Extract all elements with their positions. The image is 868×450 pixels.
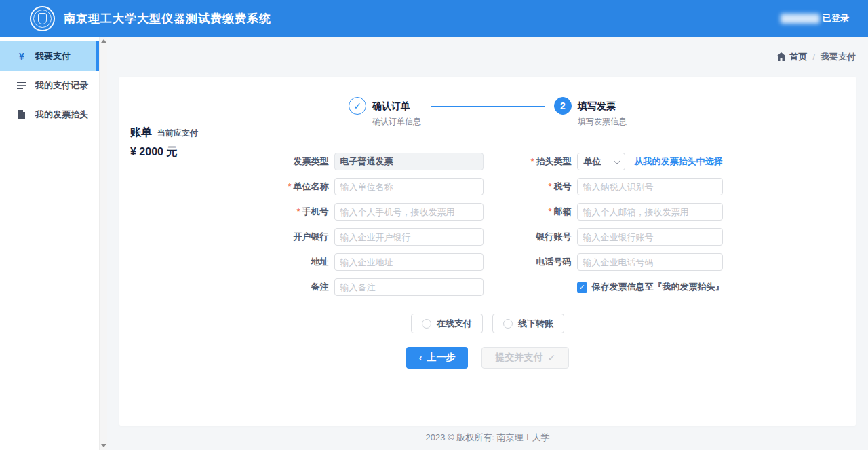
- bank-name-label: 开户银行: [253, 231, 334, 243]
- step-fill-invoice: 2 填写发票 填写发票信息: [554, 97, 627, 128]
- offline-transfer-radio[interactable]: 线下转账: [492, 314, 564, 333]
- list-icon: [16, 81, 27, 90]
- stepper: ✓ 确认订单 确认订单信息 2 填写发票 填写发票信息: [119, 77, 856, 128]
- bank-account-label: 银行账号: [511, 231, 577, 243]
- step-subtitle: 填写发票信息: [578, 116, 627, 128]
- bill-summary: 账单 当前应支付 ¥ 2000 元: [130, 126, 198, 160]
- select-value: 单位: [584, 155, 601, 168]
- company-name-label: *单位名称: [253, 181, 334, 193]
- payment-method-options: 在线支付 线下转账: [119, 314, 856, 333]
- app-title: 南京理工大学大型仪器测试费缴费系统: [64, 11, 271, 26]
- required-mark: *: [296, 206, 300, 217]
- bank-name-field[interactable]: [334, 228, 484, 246]
- remarks-label: 备注: [253, 281, 334, 293]
- home-icon: [776, 52, 786, 61]
- telephone-label: 电话号码: [511, 256, 577, 268]
- online-payment-radio[interactable]: 在线支付: [411, 314, 483, 333]
- main-content: 首页 / 我要支付 ✓ 确认订单 确认订单信息: [107, 37, 868, 450]
- app-window: 南京理工大学大型仪器测试费缴费系统 已登录 ¥ 我要支付 我的支付记录: [0, 0, 868, 450]
- bank-account-field[interactable]: [577, 228, 723, 246]
- stepper-connector: [431, 106, 545, 107]
- address-field[interactable]: [334, 253, 484, 271]
- chevron-down-icon: [613, 157, 620, 164]
- bill-subtitle: 当前应支付: [157, 128, 198, 139]
- sidebar-nav: ¥ 我要支付 我的支付记录 我的发票抬头: [0, 37, 99, 450]
- sidebar-item-payment-records[interactable]: 我的支付记录: [0, 71, 99, 100]
- tax-number-label: *税号: [511, 181, 577, 193]
- scroll-down-arrow[interactable]: [101, 444, 106, 447]
- form-row: 地址 电话号码: [119, 253, 856, 271]
- breadcrumb-home[interactable]: 首页: [789, 51, 807, 63]
- phone-label: *手机号: [253, 206, 334, 218]
- tax-number-field[interactable]: [577, 178, 723, 195]
- scroll-up-arrow[interactable]: [101, 39, 106, 43]
- previous-step-button[interactable]: ‹ 上一步: [406, 347, 469, 369]
- invoice-type-field: [334, 153, 484, 170]
- required-mark: *: [530, 156, 534, 166]
- chevron-left-icon: ‹: [419, 352, 422, 363]
- breadcrumb-current: 我要支付: [821, 51, 856, 63]
- breadcrumb-bar: 首页 / 我要支付: [119, 37, 856, 77]
- copyright-footer: 2023 © 版权所有: 南京理工大学: [119, 426, 856, 450]
- step-subtitle: 确认订单信息: [372, 116, 421, 128]
- radio-icon: [422, 319, 431, 329]
- redacted-username: [781, 14, 820, 24]
- sidebar-item-label: 我的支付记录: [35, 79, 88, 92]
- logo-inner-ring: [33, 10, 52, 28]
- invoice-form: 发票类型 *抬头类型 单位 从我的发票抬头中选择: [119, 153, 856, 296]
- email-label: *邮箱: [511, 206, 577, 218]
- bill-amount: ¥ 2000 元: [130, 145, 198, 160]
- company-name-field[interactable]: [334, 178, 484, 195]
- remarks-field[interactable]: [334, 278, 484, 296]
- logo-emblem: [38, 13, 47, 24]
- invoice-form-card: ✓ 确认订单 确认订单信息 2 填写发票 填写发票信息: [119, 77, 856, 426]
- login-status-text: 已登录: [823, 12, 849, 24]
- radio-label: 在线支付: [437, 318, 472, 330]
- breadcrumb-separator: /: [812, 52, 815, 62]
- step-title: 填写发票: [578, 97, 627, 115]
- radio-label: 线下转账: [518, 318, 553, 330]
- check-icon: ✓: [547, 352, 555, 363]
- form-actions: ‹ 上一步 提交并支付 ✓: [119, 347, 856, 369]
- header-type-select[interactable]: 单位: [577, 153, 625, 170]
- form-row: 发票类型 *抬头类型 单位 从我的发票抬头中选择: [119, 153, 856, 170]
- yen-icon: ¥: [16, 51, 27, 62]
- form-row: 备注 ✓ 保存发票信息至『我的发票抬头』: [119, 278, 856, 296]
- top-header: 南京理工大学大型仪器测试费缴费系统 已登录: [0, 0, 868, 37]
- form-row: *手机号 *邮箱: [119, 203, 856, 221]
- required-mark: *: [548, 181, 551, 191]
- step-done-check-icon: ✓: [349, 97, 366, 115]
- header-type-label: *抬头类型: [511, 155, 577, 168]
- form-row: *单位名称 *税号: [119, 178, 856, 195]
- university-seal-logo: [30, 6, 55, 31]
- sidebar-item-invoice-headers[interactable]: 我的发票抬头: [0, 100, 99, 129]
- sidebar-item-pay[interactable]: ¥ 我要支付: [0, 41, 99, 71]
- required-mark: *: [288, 181, 291, 191]
- step-confirm-order: ✓ 确认订单 确认订单信息: [349, 97, 421, 128]
- step-title: 确认订单: [372, 97, 421, 115]
- pick-from-headers-link[interactable]: 从我的发票抬头中选择: [635, 155, 723, 168]
- phone-field[interactable]: [334, 203, 484, 221]
- bill-title: 账单: [130, 126, 152, 140]
- form-row: 开户银行 银行账号: [119, 228, 856, 246]
- breadcrumb: 首页 / 我要支付: [776, 51, 856, 63]
- email-field[interactable]: [577, 203, 723, 221]
- radio-icon: [503, 319, 513, 329]
- sidebar-scrollbar[interactable]: [99, 37, 107, 450]
- step-number: 2: [554, 97, 572, 115]
- telephone-field[interactable]: [577, 253, 723, 271]
- sidebar-item-label: 我要支付: [35, 50, 71, 62]
- required-mark: *: [548, 206, 551, 217]
- submit-and-pay-button[interactable]: 提交并支付 ✓: [481, 347, 569, 369]
- sidebar-item-label: 我的发票抬头: [35, 109, 88, 121]
- header-user-area: 已登录: [781, 12, 849, 24]
- document-icon: [16, 110, 27, 119]
- invoice-type-label: 发票类型: [253, 155, 334, 168]
- save-invoice-checkbox-label: 保存发票信息至『我的发票抬头』: [592, 281, 724, 293]
- address-label: 地址: [253, 256, 334, 268]
- save-invoice-checkbox[interactable]: ✓: [577, 282, 587, 293]
